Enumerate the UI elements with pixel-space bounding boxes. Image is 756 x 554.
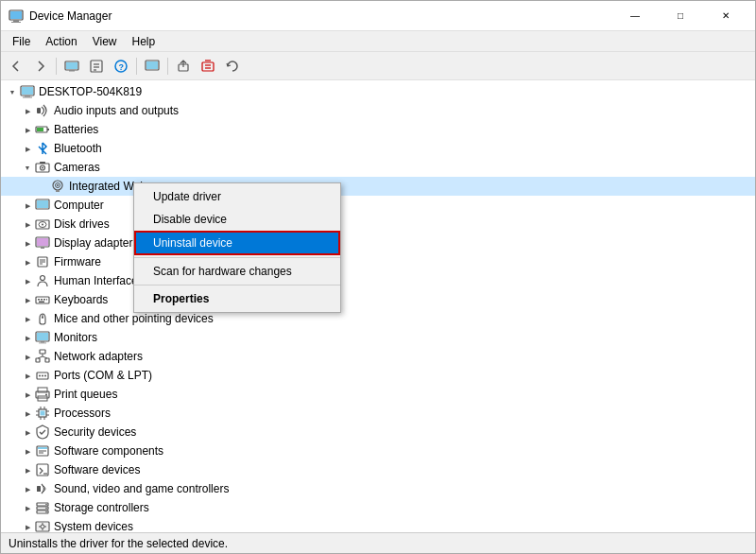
content-area: DESKTOP-504K819 Audio inputs and outputs [1, 80, 755, 532]
tree-item-system[interactable]: System devices [1, 517, 755, 532]
batteries-icon [35, 122, 50, 137]
svg-rect-86 [38, 447, 47, 449]
batteries-arrow[interactable] [20, 122, 35, 137]
print-arrow[interactable] [20, 387, 35, 402]
processors-arrow[interactable] [20, 406, 35, 421]
human-icon [35, 273, 50, 288]
close-button[interactable]: ✕ [704, 1, 747, 31]
display-arrow[interactable] [20, 235, 35, 251]
update-driver-button[interactable] [172, 55, 195, 78]
svg-point-97 [45, 511, 47, 513]
help-button[interactable]: ? [110, 55, 132, 78]
svg-rect-23 [23, 97, 32, 98]
network-label: Network adapters [54, 350, 143, 363]
tree-item-processors[interactable]: Processors [1, 404, 755, 423]
svg-rect-60 [39, 343, 46, 344]
human-arrow[interactable] [20, 273, 35, 288]
menu-file[interactable]: File [5, 33, 38, 50]
uninstall-button[interactable] [197, 55, 219, 78]
softdev-arrow[interactable] [20, 462, 35, 477]
tree-item-audio[interactable]: Audio inputs and outputs [1, 101, 755, 120]
storage-icon [35, 500, 50, 515]
tree-item-display[interactable]: Display adapters [1, 234, 755, 252]
device-manager-window: Device Manager — □ ✕ File Action View He… [0, 0, 756, 554]
system-arrow[interactable] [20, 519, 35, 532]
svg-rect-1 [13, 20, 19, 22]
softcomp-arrow[interactable] [20, 443, 35, 459]
computer-arrow[interactable] [20, 198, 35, 213]
forward-button[interactable] [29, 55, 52, 78]
toolbar: ? [1, 52, 755, 80]
ctx-update-driver[interactable]: Update driver [134, 185, 340, 208]
disk-arrow[interactable] [20, 216, 35, 232]
tree-item-storage[interactable]: Storage controllers [1, 498, 755, 517]
svg-point-69 [42, 375, 43, 377]
svg-rect-30 [40, 162, 45, 164]
system-label: System devices [54, 520, 133, 532]
bluetooth-arrow[interactable] [20, 141, 35, 156]
tree-item-ports[interactable]: Ports (COM & LPT) [1, 366, 755, 385]
ctx-uninstall-device[interactable]: Uninstall device [134, 231, 340, 255]
svg-rect-91 [37, 486, 41, 492]
tree-item-disk[interactable]: Disk drives [1, 215, 755, 234]
computer-view-button[interactable] [141, 55, 163, 78]
mice-icon [35, 311, 50, 326]
disk-icon [35, 216, 50, 232]
tree-item-network[interactable]: Network adapters [1, 347, 755, 366]
tree-item-cameras[interactable]: Cameras [1, 158, 755, 177]
ctx-scan-changes[interactable]: Scan for hardware changes [134, 260, 340, 283]
tree-item-sound[interactable]: Sound, video and game controllers [1, 479, 755, 498]
tree-item-softcomp[interactable]: Software components [1, 441, 755, 460]
maximize-button[interactable]: □ [659, 1, 702, 31]
tree-item-bluetooth[interactable]: Bluetooth [1, 139, 755, 158]
svg-line-65 [38, 356, 43, 358]
menu-help[interactable]: Help [125, 33, 163, 50]
svg-point-68 [39, 375, 41, 377]
storage-arrow[interactable] [20, 500, 35, 515]
svg-line-66 [43, 356, 47, 358]
keyboards-arrow[interactable] [20, 292, 35, 307]
ports-arrow[interactable] [20, 368, 35, 383]
svg-rect-53 [46, 299, 47, 301]
display-icon [35, 235, 50, 251]
tree-item-print[interactable]: Print queues [1, 385, 755, 404]
mice-label: Mice and other pointing devices [54, 312, 214, 325]
device-tree[interactable]: DESKTOP-504K819 Audio inputs and outputs [1, 80, 755, 532]
tree-item-security[interactable]: Security devices [1, 423, 755, 441]
tree-item-keyboards[interactable]: Keyboards [1, 290, 755, 309]
svg-rect-14 [146, 61, 158, 69]
properties-button[interactable] [85, 55, 108, 78]
audio-arrow[interactable] [20, 103, 35, 118]
network-arrow[interactable] [20, 349, 35, 364]
tree-item-computer[interactable]: Computer [1, 196, 755, 215]
monitors-arrow[interactable] [20, 330, 35, 345]
cameras-arrow[interactable] [20, 160, 35, 175]
tree-item-human[interactable]: Human Interface Devices [1, 271, 755, 290]
security-arrow[interactable] [20, 424, 35, 440]
sound-label: Sound, video and game controllers [54, 482, 229, 495]
svg-rect-76 [41, 411, 45, 416]
scan-hardware-button[interactable] [221, 55, 244, 78]
tree-item-batteries[interactable]: Batteries [1, 120, 755, 139]
tree-item-softdev[interactable]: Software devices [1, 460, 755, 479]
svg-rect-62 [36, 358, 40, 362]
ctx-sep-1 [134, 257, 340, 258]
sound-arrow[interactable] [20, 481, 35, 496]
menu-action[interactable]: Action [38, 33, 84, 50]
root-arrow[interactable] [5, 84, 20, 99]
ctx-disable-device[interactable]: Disable device [134, 208, 340, 231]
mice-arrow[interactable] [20, 311, 35, 326]
tree-item-mice[interactable]: Mice and other pointing devices [1, 309, 755, 328]
firmware-arrow[interactable] [20, 254, 35, 269]
show-all-devices-button[interactable] [60, 55, 83, 78]
tree-item-monitors[interactable]: Monitors [1, 328, 755, 347]
minimize-button[interactable]: — [613, 1, 657, 31]
back-button[interactable] [5, 55, 27, 78]
svg-rect-35 [56, 190, 60, 192]
svg-point-48 [41, 276, 45, 281]
menu-view[interactable]: View [85, 33, 125, 50]
tree-root[interactable]: DESKTOP-504K819 [1, 82, 755, 101]
tree-item-firmware[interactable]: Firmware [1, 252, 755, 271]
ctx-properties[interactable]: Properties [134, 287, 340, 310]
tree-item-webcam[interactable]: Integrated Webcam [1, 177, 755, 196]
